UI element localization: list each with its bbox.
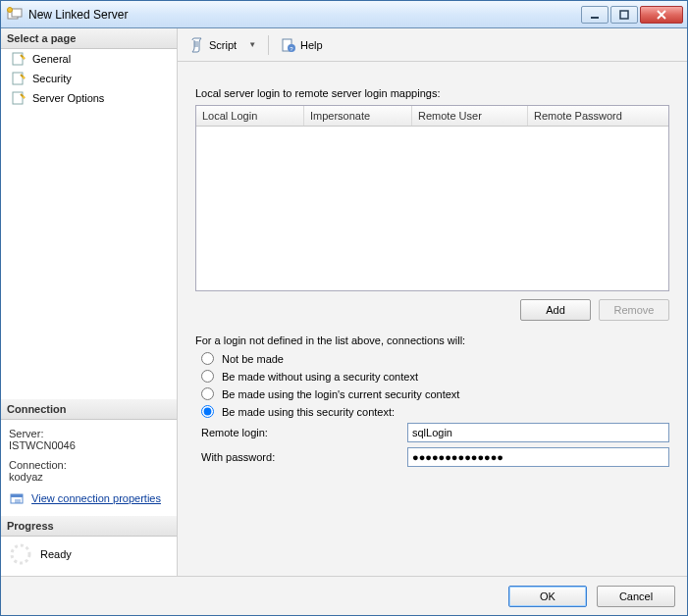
page-icon bbox=[11, 71, 26, 86]
nav-item-server-options[interactable]: Server Options bbox=[1, 88, 177, 108]
window-buttons bbox=[581, 6, 683, 24]
script-button[interactable]: Script bbox=[185, 35, 240, 55]
nav-item-general[interactable]: General bbox=[1, 49, 177, 69]
progress-box: Ready bbox=[1, 537, 177, 576]
connection-header: Connection bbox=[1, 399, 177, 420]
sidebar: Select a page General Security Server Op… bbox=[1, 28, 178, 576]
page-icon bbox=[11, 51, 26, 67]
script-icon bbox=[189, 37, 205, 53]
svg-point-8 bbox=[23, 77, 26, 79]
nav-item-label: Server Options bbox=[32, 92, 104, 104]
connection-value: kodyaz bbox=[9, 471, 169, 483]
script-dropdown-caret[interactable]: ▼ bbox=[244, 40, 260, 49]
remote-login-input[interactable] bbox=[407, 423, 669, 442]
svg-rect-3 bbox=[591, 17, 599, 19]
col-local-login[interactable]: Local Login bbox=[196, 106, 304, 126]
close-button[interactable] bbox=[640, 6, 683, 24]
ok-button[interactable]: OK bbox=[508, 586, 587, 607]
dialog-footer: OK Cancel bbox=[1, 576, 687, 615]
minimize-button[interactable] bbox=[581, 6, 609, 24]
grid-body[interactable] bbox=[196, 127, 668, 289]
dialog-window: New Linked Server Select a page General … bbox=[0, 0, 688, 616]
radio-current-context[interactable]: Be made using the login's current securi… bbox=[201, 387, 669, 400]
view-connection-properties-link[interactable]: View connection properties bbox=[31, 492, 161, 504]
progress-spinner-icon bbox=[9, 542, 32, 566]
radio-not-made-input[interactable] bbox=[201, 352, 214, 365]
script-label: Script bbox=[209, 39, 237, 51]
mapping-label: Local server login to remote server logi… bbox=[195, 87, 669, 99]
nav-item-security[interactable]: Security bbox=[1, 69, 177, 88]
col-impersonate[interactable]: Impersonate bbox=[304, 106, 412, 126]
security-panel: Local server login to remote server logi… bbox=[178, 62, 687, 576]
with-password-label: With password: bbox=[201, 451, 407, 463]
svg-point-2 bbox=[8, 7, 13, 12]
radio-current-context-input[interactable] bbox=[201, 387, 214, 400]
radio-no-context[interactable]: Be made without using a security context bbox=[201, 370, 669, 383]
radio-not-made[interactable]: Not be made bbox=[201, 352, 669, 365]
grid-header: Local Login Impersonate Remote User Remo… bbox=[196, 106, 668, 127]
properties-icon bbox=[9, 496, 25, 508]
page-icon bbox=[11, 90, 26, 106]
col-remote-user[interactable]: Remote User bbox=[412, 106, 528, 126]
server-value: ISTWCN0046 bbox=[9, 439, 169, 451]
nav-item-label: Security bbox=[32, 73, 72, 84]
help-button[interactable]: ? Help bbox=[277, 35, 327, 55]
radio-this-context[interactable]: Be made using this security context: bbox=[201, 405, 669, 418]
svg-rect-1 bbox=[12, 9, 22, 17]
radio-label: Not be made bbox=[222, 353, 284, 365]
with-password-input[interactable] bbox=[407, 447, 669, 467]
select-page-header: Select a page bbox=[1, 28, 177, 49]
remote-login-label: Remote login: bbox=[201, 427, 407, 438]
radio-label: Be made using the login's current securi… bbox=[222, 388, 459, 400]
connection-label: Connection: bbox=[9, 459, 169, 471]
help-icon: ? bbox=[281, 37, 296, 53]
maximize-button[interactable] bbox=[610, 6, 638, 24]
svg-point-13 bbox=[12, 545, 29, 563]
progress-header: Progress bbox=[1, 516, 177, 537]
svg-point-10 bbox=[23, 96, 26, 99]
remove-button[interactable]: Remove bbox=[599, 299, 669, 321]
not-defined-label: For a login not defined in the list abov… bbox=[195, 334, 669, 346]
window-title: New Linked Server bbox=[28, 8, 581, 22]
radio-label: Be made using this security context: bbox=[222, 406, 395, 418]
radio-label: Be made without using a security context bbox=[222, 371, 418, 383]
login-mappings-grid[interactable]: Local Login Impersonate Remote User Remo… bbox=[195, 105, 669, 291]
connection-box: Server: ISTWCN0046 Connection: kodyaz Vi… bbox=[1, 420, 177, 516]
page-nav-list: General Security Server Options bbox=[1, 49, 177, 108]
cancel-button[interactable]: Cancel bbox=[597, 586, 675, 607]
svg-rect-4 bbox=[620, 11, 628, 19]
toolbar-separator bbox=[268, 35, 269, 55]
toolbar: Script ▼ ? Help bbox=[178, 28, 687, 62]
radio-no-context-input[interactable] bbox=[201, 370, 214, 383]
svg-rect-12 bbox=[11, 494, 23, 497]
content-area: Script ▼ ? Help Local server login to re… bbox=[178, 28, 687, 576]
svg-point-6 bbox=[23, 57, 26, 60]
app-icon bbox=[7, 7, 23, 23]
nav-item-label: General bbox=[32, 53, 71, 65]
radio-this-context-input[interactable] bbox=[201, 405, 214, 418]
help-label: Help bbox=[300, 39, 323, 51]
server-label: Server: bbox=[9, 428, 169, 439]
add-button[interactable]: Add bbox=[520, 299, 591, 321]
title-bar: New Linked Server bbox=[1, 1, 687, 28]
col-remote-password[interactable]: Remote Password bbox=[528, 106, 668, 126]
progress-status: Ready bbox=[40, 548, 72, 560]
